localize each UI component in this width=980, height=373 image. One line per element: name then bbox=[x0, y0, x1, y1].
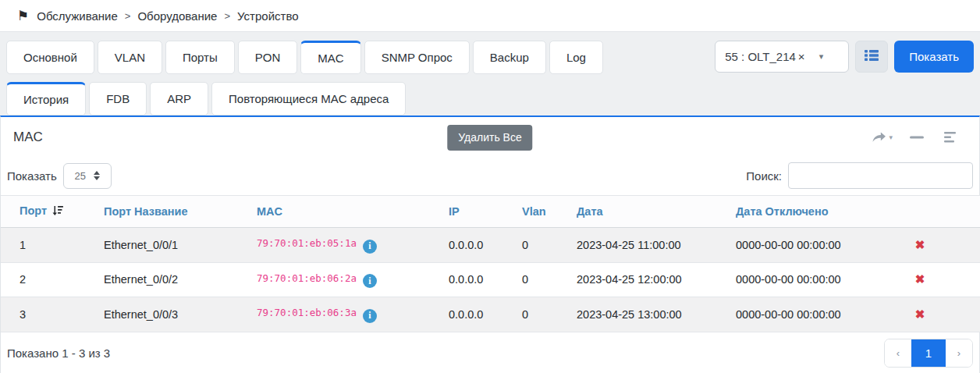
tab-ports[interactable]: Порты bbox=[165, 41, 235, 74]
device-select-value: 55 : OLT_214 bbox=[725, 50, 796, 63]
column-header-port-label: Порт bbox=[20, 204, 47, 217]
info-icon[interactable]: i bbox=[363, 309, 377, 323]
panel-title: MAC bbox=[13, 130, 43, 145]
tab-mac[interactable]: MAC bbox=[300, 41, 360, 74]
cell-date-off: 0000-00-00 00:00:00 bbox=[730, 228, 898, 263]
cell-vlan: 0 bbox=[516, 262, 570, 297]
subtab-arp[interactable]: ARP bbox=[150, 82, 208, 115]
cell-port: 1 bbox=[1, 228, 98, 263]
search-input[interactable] bbox=[788, 162, 973, 189]
device-list-button[interactable] bbox=[855, 41, 888, 73]
minus-icon bbox=[910, 136, 924, 139]
tab-main[interactable]: Основной bbox=[6, 41, 94, 74]
delete-row-icon[interactable]: ✖ bbox=[904, 238, 936, 252]
panel-header: MAC Удалить Все ▾ bbox=[1, 117, 979, 158]
cell-date: 2023-04-25 13:00:00 bbox=[570, 297, 730, 332]
cell-mac: 79:70:01:eb:06:2a bbox=[257, 272, 357, 284]
breadcrumb-separator: > bbox=[125, 10, 131, 22]
cell-port-name: Ethernet_0/0/3 bbox=[98, 297, 250, 332]
cell-mac: 79:70:01:eb:06:3a bbox=[257, 307, 357, 318]
table-header-row: Порт Порт Название MAC IP Vlan Дата Дата… bbox=[1, 196, 980, 228]
breadcrumb-separator: > bbox=[224, 10, 230, 22]
cell-vlan: 0 bbox=[516, 228, 570, 263]
chevron-down-icon: ▾ bbox=[889, 133, 893, 141]
page-length-value: 25 bbox=[75, 170, 86, 182]
cell-port: 2 bbox=[1, 262, 98, 297]
delete-row-icon[interactable]: ✖ bbox=[904, 307, 936, 321]
flag-icon: ⚑ bbox=[17, 9, 29, 23]
chevron-down-icon: ▾ bbox=[819, 52, 824, 62]
spinner-arrows-icon bbox=[94, 171, 100, 180]
tab-log[interactable]: Log bbox=[549, 41, 603, 74]
pagination: ‹ 1 › bbox=[884, 339, 973, 368]
mac-history-table: Порт Порт Название MAC IP Vlan Дата Дата… bbox=[1, 195, 980, 332]
device-page: ⚑ Обслуживание > Оборудование > Устройст… bbox=[0, 0, 980, 373]
cell-mac: 79:70:01:eb:05:1a bbox=[257, 237, 357, 249]
cell-ip: 0.0.0.0 bbox=[442, 262, 516, 297]
table-row: 2 Ethernet_0/0/2 79:70:01:eb:06:2ai 0.0.… bbox=[1, 262, 980, 297]
main-tabs-row: Основной VLAN Порты PON MAC SNMP Опрос B… bbox=[0, 32, 980, 74]
cell-port-name: Ethernet_0/0/2 bbox=[98, 262, 250, 297]
column-header-vlan[interactable]: Vlan bbox=[516, 196, 570, 228]
table-list-icon bbox=[865, 49, 879, 65]
length-label: Показать bbox=[7, 169, 57, 183]
list-icon bbox=[941, 132, 956, 143]
tab-backup[interactable]: Backup bbox=[473, 41, 546, 74]
cell-date: 2023-04-25 12:00:00 bbox=[570, 262, 730, 297]
delete-all-button[interactable]: Удалить Все bbox=[447, 125, 532, 151]
table-row: 3 Ethernet_0/0/3 79:70:01:eb:06:3ai 0.0.… bbox=[1, 297, 980, 332]
tab-vlan[interactable]: VLAN bbox=[98, 41, 162, 74]
breadcrumb-item-equipment[interactable]: Оборудование bbox=[137, 9, 217, 23]
info-icon[interactable]: i bbox=[363, 240, 377, 254]
cell-ip: 0.0.0.0 bbox=[442, 297, 516, 332]
info-icon[interactable]: i bbox=[363, 274, 377, 288]
breadcrumb-item-maintenance[interactable]: Обслуживание bbox=[37, 9, 118, 23]
tab-pon[interactable]: PON bbox=[238, 41, 298, 74]
breadcrumb: ⚑ Обслуживание > Оборудование > Устройст… bbox=[0, 0, 980, 32]
main-tabs: Основной VLAN Порты PON MAC SNMP Опрос B… bbox=[6, 41, 603, 74]
show-button[interactable]: Показать bbox=[894, 41, 974, 73]
subtab-duplicate-mac[interactable]: Повторяющиеся MAC адреса bbox=[211, 82, 406, 115]
table-footer: Показано 1 - 3 из 3 ‹ 1 › bbox=[1, 332, 979, 373]
cell-ip: 0.0.0.0 bbox=[442, 228, 516, 263]
pagination-page-1[interactable]: 1 bbox=[911, 339, 946, 367]
page-length-select[interactable]: 25 bbox=[63, 163, 112, 189]
subtab-history[interactable]: История bbox=[6, 82, 86, 115]
search-label: Поиск: bbox=[746, 169, 782, 183]
device-select[interactable]: 55 : OLT_214 × ▾ bbox=[715, 41, 849, 73]
column-header-mac[interactable]: MAC bbox=[250, 196, 442, 228]
table-info: Показано 1 - 3 из 3 bbox=[7, 346, 110, 360]
export-icon bbox=[872, 131, 886, 144]
subtab-fdb[interactable]: FDB bbox=[89, 82, 147, 115]
column-header-actions bbox=[898, 196, 980, 228]
sub-tabs: История FDB ARP Повторяющиеся MAC адреса bbox=[0, 74, 980, 115]
cell-date: 2023-04-25 11:00:00 bbox=[570, 228, 730, 263]
sort-descending-icon bbox=[51, 206, 63, 218]
pagination-prev-button[interactable]: ‹ bbox=[885, 339, 911, 367]
column-header-date-off[interactable]: Дата Отключено bbox=[730, 196, 898, 228]
breadcrumb-item-device: Устройство bbox=[237, 9, 298, 23]
export-button[interactable]: ▾ bbox=[872, 131, 893, 144]
cell-port-name: Ethernet_0/0/1 bbox=[98, 228, 250, 263]
column-header-ip[interactable]: IP bbox=[442, 196, 516, 228]
column-header-port[interactable]: Порт bbox=[1, 196, 98, 228]
delete-row-icon[interactable]: ✖ bbox=[904, 272, 936, 286]
column-header-port-name[interactable]: Порт Название bbox=[98, 196, 250, 228]
table-controls: Показать 25 Поиск: bbox=[1, 158, 979, 195]
cell-date-off: 0000-00-00 00:00:00 bbox=[730, 297, 898, 332]
cell-vlan: 0 bbox=[516, 297, 570, 332]
cell-date-off: 0000-00-00 00:00:00 bbox=[730, 262, 898, 297]
cell-port: 3 bbox=[1, 297, 98, 332]
tab-snmp-poll[interactable]: SNMP Опрос bbox=[364, 41, 470, 74]
column-header-date[interactable]: Дата bbox=[570, 196, 730, 228]
clear-selection-icon[interactable]: × bbox=[798, 50, 805, 63]
menu-button[interactable] bbox=[941, 132, 956, 143]
table-row: 1 Ethernet_0/0/1 79:70:01:eb:05:1ai 0.0.… bbox=[1, 228, 980, 263]
mac-panel: MAC Удалить Все ▾ bbox=[0, 115, 980, 373]
pagination-next-button[interactable]: › bbox=[946, 339, 972, 367]
collapse-button[interactable] bbox=[910, 136, 924, 139]
